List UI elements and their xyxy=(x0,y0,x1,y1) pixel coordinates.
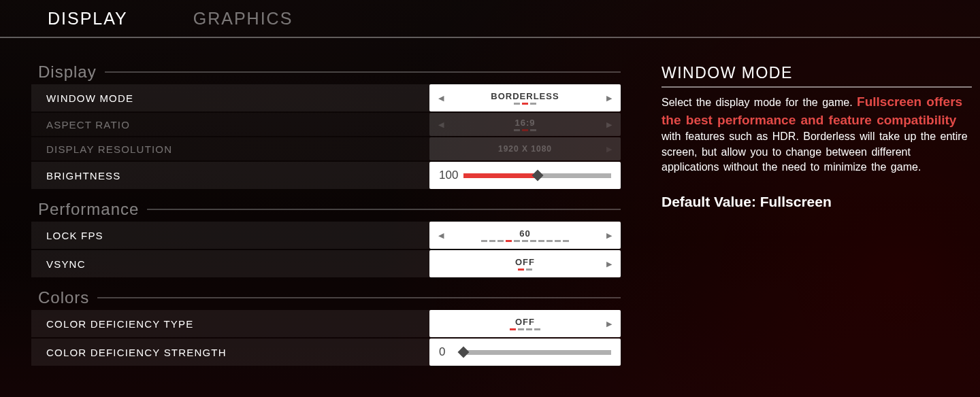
settings-list: Display WINDOW MODE ◀ BORDERLESS ▶ ASPEC… xyxy=(31,52,621,367)
row-label: LOCK FPS xyxy=(31,230,429,241)
aspect-ratio-selector: ◀ 16:9 ▶ xyxy=(429,113,621,136)
slider-track[interactable] xyxy=(463,173,611,178)
arrow-right-icon: ▶ xyxy=(598,137,621,160)
help-description: Select the display mode for the game. Fu… xyxy=(662,93,972,175)
arrow-right-icon[interactable]: ▶ xyxy=(598,310,621,337)
vsync-selector[interactable]: OFF ▶ xyxy=(429,250,621,277)
selector-value: OFF xyxy=(515,317,535,326)
section-heading-display: Display xyxy=(38,63,621,82)
row-label: COLOR DEFICIENCY STRENGTH xyxy=(31,347,429,358)
help-panel: WINDOW MODE Select the display mode for … xyxy=(662,52,972,367)
arrow-right-icon[interactable]: ▶ xyxy=(598,250,621,277)
row-label: ASPECT RATIO xyxy=(31,119,429,131)
settings-tab-bar: DISPLAY GRAPHICS xyxy=(0,0,980,38)
row-label: BRIGHTNESS xyxy=(31,170,429,182)
selector-value: OFF xyxy=(515,258,535,266)
arrow-right-icon[interactable]: ▶ xyxy=(598,222,621,249)
slider-value: 100 xyxy=(439,169,463,182)
row-vsync[interactable]: VSYNC OFF ▶ xyxy=(31,250,621,277)
lock-fps-selector[interactable]: ◀ 60 ▶ xyxy=(429,222,621,249)
row-brightness[interactable]: BRIGHTNESS 100 xyxy=(31,162,621,189)
arrow-right-icon: ▶ xyxy=(598,113,621,136)
row-label: DISPLAY RESOLUTION xyxy=(31,143,429,155)
section-heading-performance: Performance xyxy=(38,200,621,219)
row-display-resolution: DISPLAY RESOLUTION 1920 X 1080 ▶ xyxy=(31,137,621,160)
selector-value: 60 xyxy=(519,229,530,238)
row-label: COLOR DEFICIENCY TYPE xyxy=(31,318,429,330)
arrow-left-icon[interactable]: ◀ xyxy=(429,222,453,249)
row-lock-fps[interactable]: LOCK FPS ◀ 60 ▶ xyxy=(31,222,621,249)
arrow-left-icon: ◀ xyxy=(429,113,453,136)
row-label: VSYNC xyxy=(31,258,429,270)
brightness-slider[interactable]: 100 xyxy=(429,162,621,189)
tab-graphics[interactable]: GRAPHICS xyxy=(193,2,293,35)
slider-track[interactable] xyxy=(463,350,611,355)
selector-value: 1920 X 1080 xyxy=(498,145,552,153)
color-deficiency-strength-slider[interactable]: 0 xyxy=(429,339,621,366)
row-color-deficiency-strength[interactable]: COLOR DEFICIENCY STRENGTH 0 xyxy=(31,339,621,366)
color-deficiency-type-selector[interactable]: OFF ▶ xyxy=(429,310,621,337)
arrow-right-icon[interactable]: ▶ xyxy=(598,84,621,111)
row-color-deficiency-type[interactable]: COLOR DEFICIENCY TYPE OFF ▶ xyxy=(31,310,621,337)
slider-thumb[interactable] xyxy=(532,170,543,182)
row-aspect-ratio: ASPECT RATIO ◀ 16:9 ▶ xyxy=(31,113,621,136)
tab-display[interactable]: DISPLAY xyxy=(48,2,128,35)
row-window-mode[interactable]: WINDOW MODE ◀ BORDERLESS ▶ xyxy=(31,84,621,111)
arrow-left-icon[interactable]: ◀ xyxy=(429,84,453,111)
window-mode-selector[interactable]: ◀ BORDERLESS ▶ xyxy=(429,84,621,111)
help-title: WINDOW MODE xyxy=(662,64,972,88)
selector-value: BORDERLESS xyxy=(491,92,559,101)
resolution-selector: 1920 X 1080 ▶ xyxy=(429,137,621,160)
section-heading-colors: Colors xyxy=(38,288,621,307)
row-label: WINDOW MODE xyxy=(31,92,429,104)
help-default-value: Default Value: Fullscreen xyxy=(662,194,972,210)
selector-value: 16:9 xyxy=(514,118,535,127)
